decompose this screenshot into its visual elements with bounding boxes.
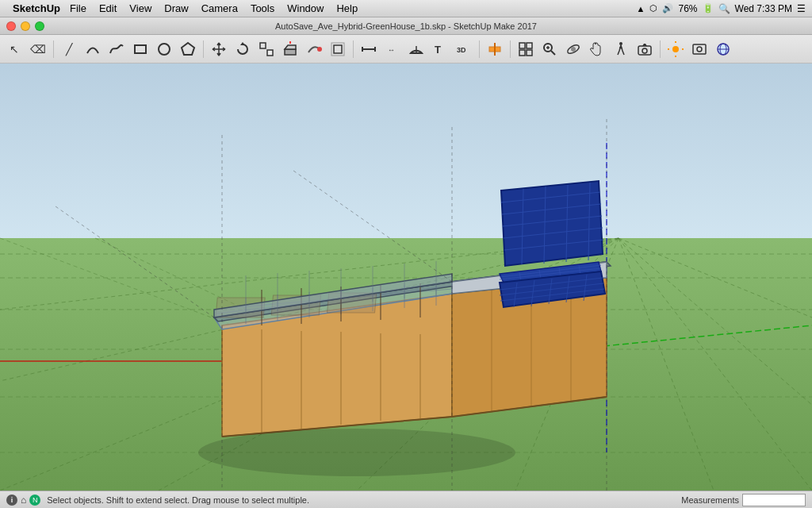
volume-icon: 🔊 (662, 3, 673, 13)
line-tool[interactable] (58, 38, 80, 60)
grid-svg (0, 64, 812, 491)
pushpull-icon (282, 41, 298, 57)
zoom-extents-tool[interactable] (515, 38, 537, 60)
polygon-icon (180, 41, 196, 57)
info-icon: i (6, 495, 17, 506)
circle-tool[interactable] (153, 38, 175, 60)
close-button[interactable] (6, 21, 16, 31)
pan-tool[interactable] (586, 38, 608, 60)
wifi-icon: ▲ (637, 4, 645, 13)
match-photo-tool[interactable] (688, 38, 710, 60)
text-tool[interactable]: T (429, 38, 451, 60)
menu-help[interactable]: Help (330, 0, 364, 17)
svg-text:T: T (435, 44, 441, 56)
svg-point-137 (198, 429, 515, 476)
svg-rect-5 (267, 50, 273, 56)
offset-tool[interactable] (327, 38, 349, 60)
ground-grid (0, 64, 812, 491)
circle-icon (156, 41, 172, 57)
followme-icon (306, 41, 322, 57)
zoom-tool[interactable] (538, 38, 561, 60)
window-title: AutoSave_Ave_Hybrid-GreenHouse_1b.skp - … (275, 21, 537, 31)
camera-icon (637, 41, 653, 57)
menu-view[interactable]: View (123, 0, 158, 17)
statusbar-icons: i ⌂ N (6, 495, 40, 506)
arc-icon (85, 41, 101, 57)
menu-file[interactable]: File (63, 0, 93, 17)
search-icon[interactable]: 🔍 (718, 3, 730, 14)
protractor-icon (408, 41, 424, 57)
maximize-button[interactable] (35, 21, 44, 31)
menu-bar: SketchUp File Edit View Draw Camera Tool… (0, 0, 812, 17)
walk-tool[interactable] (610, 38, 632, 60)
section-plane-tool[interactable] (484, 38, 506, 60)
offset-icon (330, 41, 346, 57)
rotate-tool[interactable] (232, 38, 254, 60)
pan-icon (589, 41, 605, 57)
svg-rect-45 (0, 64, 812, 238)
scale-tool[interactable] (255, 38, 278, 60)
shadows-tool[interactable] (665, 38, 687, 60)
status-message: Select objects. Shift to extend select. … (47, 495, 681, 505)
orbit-tool[interactable] (562, 38, 584, 60)
push-pull-tool[interactable] (279, 38, 301, 60)
rect-icon (132, 41, 148, 57)
move-icon (211, 41, 227, 57)
polygon-tool[interactable] (177, 38, 199, 60)
shadows-icon (668, 41, 684, 57)
separator-4 (479, 40, 480, 58)
svg-point-41 (697, 47, 702, 52)
orbit-icon (565, 41, 581, 57)
dimensions-tool[interactable]: ↔ (381, 38, 404, 60)
window-controls (6, 21, 44, 31)
viewport[interactable] (0, 64, 812, 491)
svg-rect-21 (519, 43, 525, 48)
svg-marker-7 (285, 45, 296, 49)
separator-2 (203, 40, 204, 58)
menu-draw[interactable]: Draw (158, 0, 194, 17)
app-name[interactable]: SketchUp (13, 2, 60, 14)
menu-camera[interactable]: Camera (195, 0, 244, 17)
rotate-icon (235, 41, 251, 57)
zoom-icon (542, 41, 557, 57)
svg-point-30 (571, 47, 576, 52)
measurements-input[interactable] (742, 494, 806, 506)
scale-icon (259, 41, 274, 57)
walk-icon (613, 41, 629, 57)
eraser-tool[interactable] (27, 38, 49, 60)
freehand-icon (109, 41, 124, 57)
svg-point-35 (672, 46, 679, 52)
measurements-area: Measurements (681, 494, 806, 506)
freehand-tool[interactable] (105, 38, 128, 60)
geo-location-tool[interactable] (712, 38, 734, 60)
battery-percent: 76% (678, 3, 697, 14)
zoomextents-icon (518, 41, 534, 57)
tape-measure-tool[interactable] (358, 38, 380, 60)
dim-icon: ↔ (385, 41, 400, 57)
minimize-button[interactable] (21, 21, 30, 31)
svg-point-1 (159, 44, 170, 55)
svg-rect-40 (693, 44, 706, 54)
arc-tool[interactable] (82, 38, 104, 60)
svg-rect-0 (135, 45, 146, 53)
protractor-tool[interactable] (405, 38, 427, 60)
geo-status-icon: N (29, 495, 40, 506)
matchphoto-icon (691, 41, 707, 57)
menu-icon[interactable]: ☰ (797, 3, 806, 14)
svg-marker-2 (182, 43, 194, 55)
follow-me-tool[interactable] (303, 38, 325, 60)
svg-rect-4 (260, 43, 266, 48)
menu-tools[interactable]: Tools (244, 0, 281, 17)
menu-window[interactable]: Window (281, 0, 330, 17)
move-tool[interactable] (208, 38, 230, 60)
rectangle-tool[interactable] (129, 38, 151, 60)
select-tool[interactable] (3, 38, 25, 60)
3dtext-icon: 3D (456, 41, 472, 57)
position-camera-tool[interactable] (634, 38, 656, 60)
menu-edit[interactable]: Edit (93, 0, 123, 17)
svg-point-31 (619, 42, 622, 45)
geolocation-icon (715, 41, 731, 57)
svg-text:3D: 3D (457, 46, 466, 54)
section-icon (487, 41, 503, 57)
3dtext-tool[interactable]: 3D (453, 38, 475, 60)
